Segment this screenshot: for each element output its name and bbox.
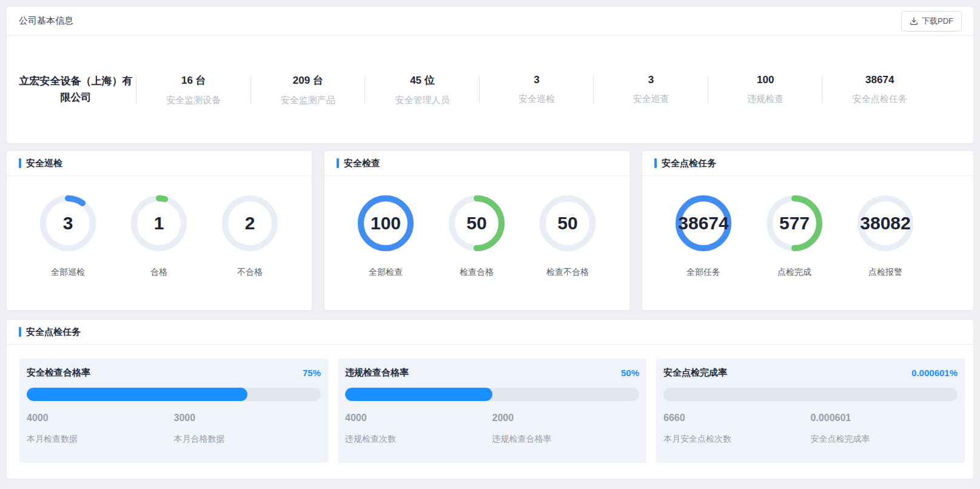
panel-percent: 50% bbox=[621, 368, 639, 378]
ring-value: 38082 bbox=[860, 213, 910, 234]
ring-spot-check-done: 577 点检完成 bbox=[749, 195, 840, 278]
progress-ring: 38674 bbox=[676, 195, 731, 251]
ring-value: 1 bbox=[154, 213, 164, 234]
rings-row: 3 全部巡检 1 合格 bbox=[22, 195, 295, 278]
panel-title: 安全点检完成率 bbox=[663, 367, 727, 379]
progress-fill bbox=[27, 388, 247, 401]
ring-value: 38674 bbox=[678, 213, 728, 234]
ring-label: 点检完成 bbox=[777, 267, 811, 278]
progress-ring: 1 bbox=[131, 195, 187, 251]
stat-value: 45 位 bbox=[365, 73, 480, 87]
progress-bar bbox=[663, 388, 958, 401]
panel-stat-label: 本月检查数据 bbox=[27, 434, 174, 445]
stat-label: 安全管理人员 bbox=[365, 95, 480, 106]
ring-label: 不合格 bbox=[237, 267, 263, 278]
panel-spot-check-completion-rate: 安全点检完成率 0.000601% 6660 本月安全点检次数 0.000601… bbox=[656, 359, 965, 463]
panel-stat-value: 3000 bbox=[174, 413, 321, 423]
title-accent-bar bbox=[337, 158, 339, 168]
panel-violation-pass-rate: 违规检查合格率 50% 4000 违规检查次数 2000 违规检查合格率 bbox=[338, 359, 646, 463]
ring-value: 577 bbox=[779, 213, 810, 234]
stat-value: 3 bbox=[480, 74, 594, 86]
stat-label: 安全巡检 bbox=[480, 93, 594, 105]
panel-stat: 4000 本月检查数据 bbox=[27, 413, 174, 445]
download-pdf-label: 下载PDF bbox=[922, 16, 953, 27]
progress-ring: 50 bbox=[449, 195, 505, 251]
panel-title: 安全检查合格率 bbox=[27, 367, 90, 379]
panel-stat: 3000 本月合格数据 bbox=[174, 413, 321, 445]
panel-stat-value: 0.000601 bbox=[811, 413, 958, 423]
progress-bar bbox=[27, 388, 321, 401]
ring-inspection-fail: 50 检查不合格 bbox=[522, 195, 613, 278]
company-stats-row: 立宏安全设备（上海）有限公司 16 台 安全监测设备 209 台 安全监测产品 … bbox=[7, 36, 973, 143]
download-pdf-button[interactable]: 下载PDF bbox=[901, 11, 962, 32]
progress-ring: 100 bbox=[358, 195, 414, 251]
card-header: 安全点检任务 bbox=[7, 320, 973, 345]
panel-inspection-pass-rate: 安全检查合格率 75% 4000 本月检查数据 3000 本月合格数据 bbox=[19, 359, 328, 463]
card-title: 安全点检任务 bbox=[662, 158, 716, 169]
ring-label: 检查合格 bbox=[460, 267, 494, 278]
stat-spot-check-tasks: 38674 安全点检任务 bbox=[822, 74, 937, 105]
stat-violation-checks: 100 违规检查 bbox=[708, 74, 823, 105]
progress-ring: 50 bbox=[540, 195, 596, 251]
stat-safety-patrol: 3 安全巡检 bbox=[480, 74, 594, 105]
spot-check-rates-card: 安全点检任务 安全检查合格率 75% 4000 本月检查数据 3000 本月合格… bbox=[6, 319, 974, 479]
ring-label: 检查不合格 bbox=[546, 267, 589, 278]
stat-label: 安全点检任务 bbox=[822, 93, 937, 105]
card-title: 安全点检任务 bbox=[26, 326, 81, 338]
download-icon bbox=[910, 17, 918, 25]
panel-stat-label: 本月合格数据 bbox=[174, 434, 321, 445]
ring-label: 全部检查 bbox=[369, 267, 403, 278]
progress-ring: 577 bbox=[767, 195, 822, 251]
ring-all-patrols: 3 全部巡检 bbox=[22, 195, 113, 278]
title-accent-bar bbox=[654, 158, 657, 168]
company-info-card: 公司基本信息 下载PDF 立宏安全设备（上海）有限公司 16 台 安全监测设备 … bbox=[6, 6, 974, 144]
panel-stat-label: 安全点检完成率 bbox=[811, 434, 958, 445]
panel-stat-value: 4000 bbox=[345, 413, 492, 423]
ring-label: 合格 bbox=[150, 267, 167, 278]
panel-stat: 6660 本月安全点检次数 bbox=[663, 413, 811, 445]
company-info-title: 公司基本信息 bbox=[19, 15, 73, 27]
ring-value: 50 bbox=[466, 213, 486, 234]
panel-stats: 6660 本月安全点检次数 0.000601 安全点检完成率 bbox=[663, 413, 958, 445]
ring-qualified: 1 合格 bbox=[113, 195, 204, 278]
ring-spot-check-alarm: 38082 点检报警 bbox=[840, 195, 931, 278]
panel-stat-label: 违规检查合格率 bbox=[492, 434, 640, 445]
ring-value: 2 bbox=[245, 213, 255, 234]
rings-row: 100 全部检查 50 检查合格 bbox=[340, 195, 613, 278]
panel-stats: 4000 违规检查次数 2000 违规检查合格率 bbox=[345, 413, 639, 445]
panel-stat-value: 6660 bbox=[663, 413, 811, 423]
panel-stat: 2000 违规检查合格率 bbox=[492, 413, 640, 445]
panel-percent: 75% bbox=[303, 368, 321, 378]
ring-unqualified: 2 不合格 bbox=[204, 195, 295, 278]
ring-all-tasks: 38674 全部任务 bbox=[658, 195, 749, 278]
ring-label: 全部任务 bbox=[686, 267, 720, 278]
progress-bar bbox=[345, 388, 639, 401]
panel-stat: 0.000601 安全点检完成率 bbox=[811, 413, 958, 445]
progress-fill bbox=[345, 388, 492, 401]
stat-monitor-products: 209 台 安全监测产品 bbox=[251, 73, 366, 106]
ring-value: 50 bbox=[557, 213, 577, 234]
card-header: 安全点检任务 bbox=[642, 151, 973, 176]
ring-label: 点检报警 bbox=[868, 267, 902, 278]
stat-company-name: 立宏安全设备（上海）有限公司 bbox=[15, 73, 136, 106]
panel-stat-label: 本月安全点检次数 bbox=[663, 434, 811, 445]
ring-cards-row: 安全巡检 3 全部巡检 1 bbox=[6, 150, 974, 311]
progress-ring: 38082 bbox=[858, 195, 913, 251]
ring-inspection-pass: 50 检查合格 bbox=[431, 195, 522, 278]
stat-safety-inspection-tour: 3 安全巡查 bbox=[594, 74, 708, 105]
safety-inspection-card: 安全检查 100 全部检查 50 bbox=[324, 150, 630, 311]
panel-stats: 4000 本月检查数据 3000 本月合格数据 bbox=[27, 413, 321, 445]
ring-all-inspections: 100 全部检查 bbox=[340, 195, 431, 278]
spot-check-tasks-card: 安全点检任务 38674 全部任务 bbox=[642, 150, 974, 311]
stat-label: 安全巡查 bbox=[594, 93, 708, 105]
panel-header: 安全检查合格率 75% bbox=[27, 367, 321, 379]
rate-panels-row: 安全检查合格率 75% 4000 本月检查数据 3000 本月合格数据 违规检查… bbox=[19, 359, 965, 463]
panel-header: 安全点检完成率 0.000601% bbox=[663, 367, 958, 379]
progress-ring: 3 bbox=[40, 195, 96, 251]
card-title: 安全检查 bbox=[344, 158, 380, 169]
card-header: 安全巡检 bbox=[7, 151, 312, 176]
panel-stat-value: 2000 bbox=[492, 413, 640, 423]
card-header: 安全检查 bbox=[324, 151, 629, 176]
progress-ring: 2 bbox=[222, 195, 278, 251]
ring-value: 3 bbox=[63, 213, 73, 234]
